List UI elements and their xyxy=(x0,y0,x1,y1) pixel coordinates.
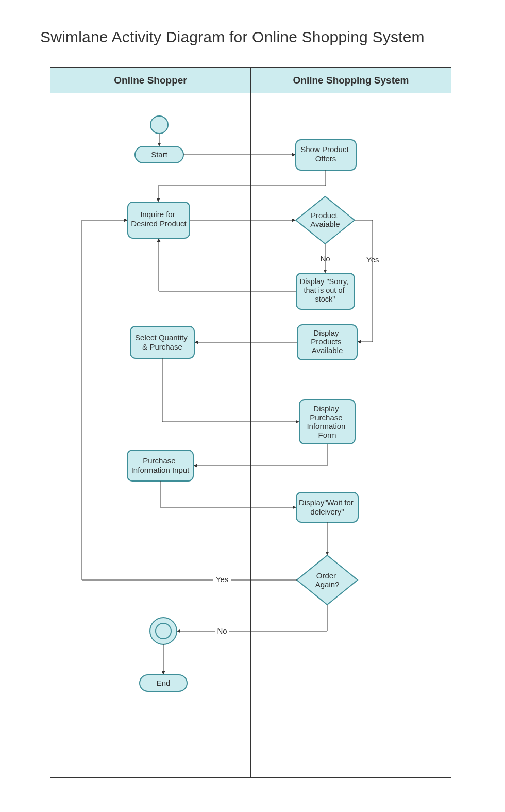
display-products-label: Display Products Available xyxy=(311,328,343,355)
select-qty-label: Select Quantity & Purchase xyxy=(135,333,190,351)
order-again-label: Order Again? xyxy=(315,571,340,589)
edge-oos-inquire xyxy=(159,239,296,291)
edge-avail-no-label: No xyxy=(320,254,330,263)
final-node-inner xyxy=(156,623,171,639)
edge-order-no-label: No xyxy=(217,626,227,635)
initial-node-icon xyxy=(150,116,168,134)
start-label: Start xyxy=(151,150,168,159)
edge-order-no xyxy=(177,605,327,631)
edge-input-wait xyxy=(160,481,296,507)
edge-order-yes-label: Yes xyxy=(216,575,228,584)
edge-order-yes xyxy=(82,220,297,580)
lane-right-header: Online Shopping System xyxy=(293,75,409,86)
diagram-canvas: Online Shopper Online Shopping System St… xyxy=(50,67,457,778)
lane-left-header: Online Shopper xyxy=(114,75,187,86)
edge-form-input xyxy=(194,444,327,466)
edge-select-form xyxy=(162,358,299,422)
edge-avail-yes xyxy=(355,220,373,342)
product-available-label: Product Avaiable xyxy=(310,211,340,228)
diagram-title: Swimlane Activity Diagram for Online Sho… xyxy=(40,28,425,46)
edge-offers-inquire xyxy=(158,170,326,202)
end-label: End xyxy=(157,678,171,687)
edge-avail-yes-label: Yes xyxy=(366,255,379,264)
